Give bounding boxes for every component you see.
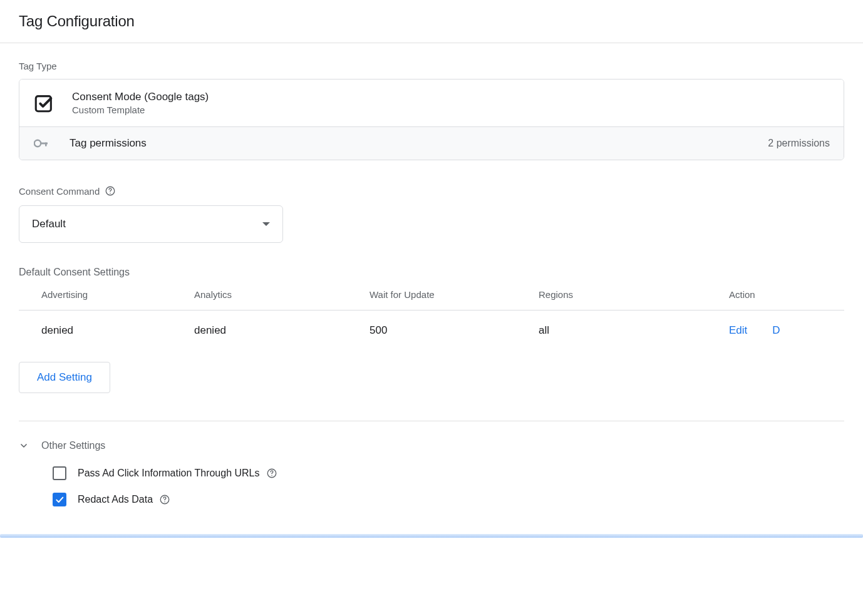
help-icon[interactable] <box>105 185 116 197</box>
td-analytics: denied <box>194 324 369 337</box>
tag-type-title: Consent Mode (Google tags) <box>72 91 209 103</box>
other-settings-header[interactable]: Other Settings <box>19 440 844 451</box>
default-consent-title: Default Consent Settings <box>19 267 844 278</box>
consent-settings-table: Advertising Analytics Wait for Update Re… <box>19 289 844 351</box>
help-icon[interactable] <box>266 468 277 479</box>
consent-command-section: Consent Command Default <box>19 185 844 243</box>
checkbox-label-redact-ads: Redact Ads Data <box>78 494 170 505</box>
add-setting-button[interactable]: Add Setting <box>19 362 110 393</box>
edit-link[interactable]: Edit <box>729 324 747 337</box>
tag-type-card: Consent Mode (Google tags) Custom Templa… <box>19 79 844 160</box>
key-icon <box>33 137 49 150</box>
delete-link[interactable]: D <box>772 324 780 337</box>
bottom-shadow <box>0 534 863 538</box>
table-header: Advertising Analytics Wait for Update Re… <box>19 289 844 311</box>
td-action: Edit D <box>729 324 844 337</box>
checkbox-row-redact-ads: Redact Ads Data <box>53 493 844 506</box>
consent-command-value: Default <box>32 218 66 230</box>
td-wait: 500 <box>369 324 539 337</box>
td-regions: all <box>539 324 729 337</box>
permissions-count: 2 permissions <box>768 138 830 149</box>
chevron-down-icon <box>19 441 29 451</box>
consent-command-select[interactable]: Default <box>19 205 283 243</box>
th-action: Action <box>729 289 844 300</box>
table-row: denied denied 500 all Edit D <box>19 311 844 351</box>
checkbox-pass-ad-click[interactable] <box>53 466 66 480</box>
tag-permissions-row[interactable]: Tag permissions 2 permissions <box>19 126 844 160</box>
svg-point-1 <box>34 140 41 146</box>
svg-rect-0 <box>36 96 51 111</box>
td-advertising: denied <box>41 324 194 337</box>
tag-type-text: Consent Mode (Google tags) Custom Templa… <box>72 91 209 115</box>
svg-point-9 <box>164 501 165 503</box>
section-divider <box>19 421 844 421</box>
tag-type-row[interactable]: Consent Mode (Google tags) Custom Templa… <box>19 80 844 126</box>
other-settings-title: Other Settings <box>41 440 105 451</box>
tag-type-label: Tag Type <box>19 61 844 71</box>
svg-point-7 <box>271 475 272 476</box>
checkbox-label-pass-ad-click: Pass Ad Click Information Through URLs <box>78 468 277 479</box>
consent-command-label: Consent Command <box>19 186 100 197</box>
checkbox-list: Pass Ad Click Information Through URLs <box>19 466 844 506</box>
page-title: Tag Configuration <box>19 13 844 30</box>
th-analytics: Analytics <box>194 289 369 300</box>
checkbox-redact-ads[interactable] <box>53 493 66 506</box>
header: Tag Configuration <box>0 0 863 43</box>
content: Tag Type Consent Mode (Google tags) Cust… <box>0 43 863 519</box>
th-regions: Regions <box>539 289 729 300</box>
permissions-label: Tag permissions <box>70 137 768 150</box>
tag-type-subtitle: Custom Template <box>72 105 209 115</box>
help-icon[interactable] <box>159 494 170 505</box>
consent-command-label-row: Consent Command <box>19 185 844 197</box>
svg-rect-3 <box>45 143 47 146</box>
th-wait: Wait for Update <box>369 289 539 300</box>
checkbox-row-pass-ad-click: Pass Ad Click Information Through URLs <box>53 466 844 480</box>
consent-command-select-wrapper: Default <box>19 205 283 243</box>
checkbox-tag-icon <box>33 93 54 114</box>
caret-down-icon <box>262 222 270 226</box>
th-advertising: Advertising <box>41 289 194 300</box>
other-settings-section: Other Settings Pass Ad Click Information… <box>19 440 844 506</box>
svg-point-5 <box>110 193 111 194</box>
